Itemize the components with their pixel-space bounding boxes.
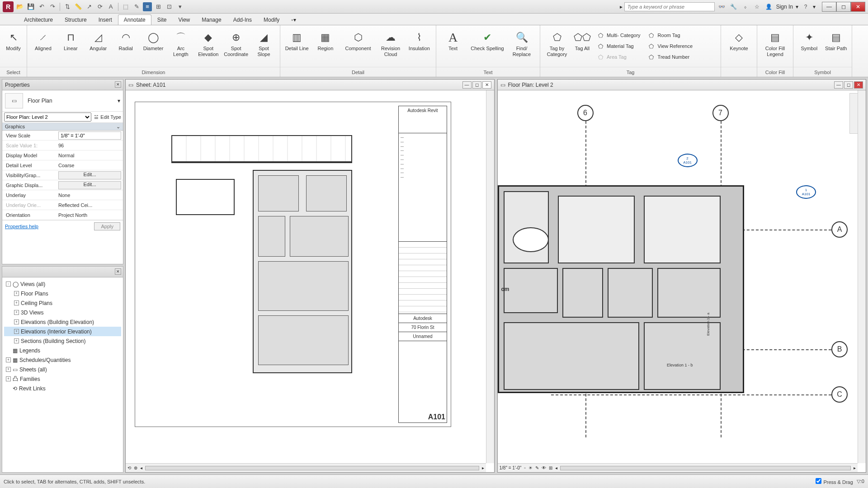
browser-close-icon[interactable]: ✕ — [115, 268, 121, 275]
tab-addins[interactable]: Add-Ins — [227, 14, 258, 25]
stairpath-button[interactable]: ▤Stair Path — [823, 29, 849, 63]
redo-icon[interactable]: ↷ — [48, 2, 57, 11]
text-icon[interactable]: A — [106, 2, 115, 11]
spotslope-button[interactable]: ◢Spot Slope — [250, 29, 277, 63]
prop-edit-button[interactable]: Edit... — [58, 181, 121, 189]
doc2-hscroll[interactable]: 1/8" = 1'-0" ▫☀✎👁⊞ ◂▸ — [498, 463, 858, 472]
doc1-minimize[interactable]: — — [462, 81, 472, 89]
spotelev-button[interactable]: ◆Spot Elevation — [195, 29, 222, 63]
linear-button[interactable]: ⊓Linear — [57, 29, 84, 63]
tree-node[interactable]: +Floor Plans — [4, 289, 121, 298]
doc2-maximize[interactable]: ◻ — [844, 81, 853, 89]
close-button[interactable]: ✕ — [851, 2, 865, 12]
tab-insert[interactable]: Insert — [93, 14, 118, 25]
help-dropdown-icon[interactable]: ▾ — [813, 4, 816, 10]
expand-icon[interactable]: + — [6, 376, 11, 381]
help-icon[interactable]: ? — [801, 2, 810, 11]
grid-bubble-b[interactable]: B — [831, 341, 848, 357]
edit-type-button[interactable]: ☱ Edit Type — [94, 114, 121, 120]
tab-manage[interactable]: Manage — [196, 14, 227, 25]
pressdrag-checkbox[interactable]: Press & Drag — [816, 478, 853, 485]
region-button[interactable]: ▦Region — [311, 29, 339, 63]
doc2-canvas[interactable]: 6 7 2 A101 A B C — [498, 90, 866, 472]
tree-node[interactable]: -◯Views (all) — [4, 279, 121, 289]
tree-node[interactable]: +▦Schedules/Quantities — [4, 355, 121, 365]
minimize-button[interactable]: — — [822, 2, 836, 12]
prop-value[interactable]: None — [57, 192, 123, 198]
worksharing-icon[interactable]: ⬨ — [741, 2, 750, 11]
tree-node[interactable]: +Sections (Building Section) — [4, 336, 121, 346]
modify-button[interactable]: ↖ Modify — [3, 29, 24, 63]
doc1-close[interactable]: ✕ — [482, 81, 491, 89]
diameter-button[interactable]: ◯Diameter — [140, 29, 167, 63]
expand-icon[interactable]: + — [14, 300, 19, 305]
prop-value[interactable]: Coarse — [57, 163, 123, 168]
expand-icon[interactable]: + — [14, 319, 19, 324]
section-icon[interactable]: ✎ — [132, 2, 141, 11]
section-callout-1[interactable]: 1 A101 — [796, 185, 816, 199]
tab-view[interactable]: View — [172, 14, 196, 25]
roomtag-button[interactable]: ⬠Room Tag — [645, 30, 696, 40]
expand-icon[interactable]: + — [6, 367, 11, 372]
keynote-button[interactable]: ◇Keynote — [724, 29, 754, 63]
link-icon[interactable]: ⇅ — [63, 2, 72, 11]
tagall-button[interactable]: ⬠⬠Tag All — [572, 29, 593, 63]
panel-text-title[interactable]: Text — [436, 67, 540, 77]
maximize-button[interactable]: ◻ — [836, 2, 851, 12]
tree-node[interactable]: +凸Families — [4, 374, 121, 384]
save-icon[interactable]: 💾 — [26, 2, 35, 11]
tab-annotate[interactable]: Annotate — [118, 14, 151, 25]
multicategory-button[interactable]: ⬠Multi- Category — [594, 30, 644, 40]
angular-button[interactable]: ◿Angular — [85, 29, 112, 63]
tree-node[interactable]: +3D Views — [4, 308, 121, 317]
apply-button[interactable]: Apply — [94, 222, 120, 230]
symbol-button[interactable]: ✦Symbol — [796, 29, 822, 63]
doc1-canvas[interactable]: Autodesk Revit —————————— Autodesk 70 Fl… — [126, 90, 494, 472]
tagbycategory-button[interactable]: ⬠Tag by Category — [543, 29, 571, 63]
viewref-button[interactable]: ⬠View Reference — [645, 41, 696, 51]
revcloud-button[interactable]: ☁Revision Cloud — [377, 29, 405, 63]
close-hidden-icon[interactable]: ⊡ — [165, 2, 174, 11]
section-callout-2[interactable]: 2 A101 — [678, 154, 698, 167]
expand-icon[interactable]: + — [14, 338, 19, 343]
toggle-icon[interactable]: ≡ — [143, 2, 152, 11]
prop-input[interactable] — [58, 131, 121, 140]
tab-site[interactable]: Site — [151, 14, 173, 25]
undo-icon[interactable]: ↶ — [37, 2, 46, 11]
favorite-icon[interactable]: ☆ — [753, 2, 762, 11]
tab-structure[interactable]: Structure — [59, 14, 93, 25]
signin-link[interactable]: Sign In — [776, 4, 793, 10]
prop-value[interactable]: Normal — [57, 153, 123, 158]
tree-node[interactable]: ▦Legends — [4, 346, 121, 355]
panel-tag-title[interactable]: Tag — [540, 67, 721, 77]
props-group-graphics[interactable]: Graphics ⌄ — [2, 123, 123, 131]
radial-button[interactable]: ◠Radial — [113, 29, 139, 63]
instance-selector[interactable]: Floor Plan: Level 2 — [4, 113, 91, 122]
3d-icon[interactable]: ⬚ — [121, 2, 130, 11]
doc2-close[interactable]: ✕ — [854, 81, 863, 89]
measure-icon[interactable]: 📏 — [74, 2, 83, 11]
doc1-hscroll[interactable]: ⟲ ⊕ ◂▸ — [126, 463, 486, 472]
properties-help-link[interactable]: Properties help — [5, 224, 38, 229]
project-browser[interactable]: -◯Views (all)+Floor Plans+Ceiling Plans+… — [2, 277, 123, 472]
tree-node[interactable]: +Ceiling Plans — [4, 298, 121, 308]
key-icon[interactable]: 🔧 — [729, 2, 738, 11]
doc1-maximize[interactable]: ◻ — [472, 81, 481, 89]
prop-edit-button[interactable]: Edit... — [58, 171, 121, 179]
prop-value[interactable]: Reflected Cei... — [57, 202, 123, 208]
colorfill-button[interactable]: ▤Color Fill Legend — [760, 29, 790, 63]
insulation-button[interactable]: ⌇Insulation — [406, 29, 433, 63]
expand-icon[interactable]: + — [14, 329, 19, 334]
binoculars-icon[interactable]: 👓 — [717, 2, 726, 11]
search-input[interactable] — [624, 2, 715, 11]
type-dropdown-icon[interactable]: ▾ — [118, 98, 120, 104]
expand-icon[interactable]: + — [14, 310, 19, 315]
grid-bubble-c[interactable]: C — [831, 386, 848, 403]
filter-icon[interactable]: ▽:0 — [857, 479, 864, 484]
tree-node[interactable]: ⟲Revit Links — [4, 384, 121, 393]
tree-node[interactable]: +▭Sheets (all) — [4, 365, 121, 374]
spotcoord-button[interactable]: ⊕Spot Coordinate — [222, 29, 250, 63]
detailline-button[interactable]: ▥Detail Line — [283, 29, 311, 63]
tree-node[interactable]: +Elevations (Interior Elevation) — [4, 327, 121, 336]
steering-icon[interactable]: ⊕ — [134, 465, 137, 470]
